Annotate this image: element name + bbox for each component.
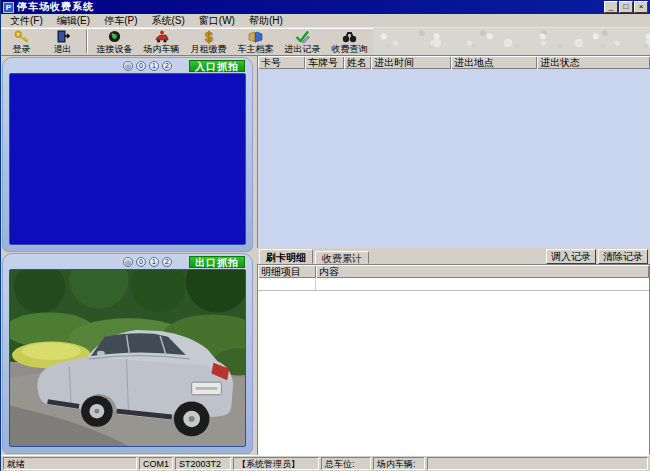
status-vehicles-in-lot: 场内车辆: (373, 457, 425, 470)
close-button[interactable]: × (634, 1, 648, 13)
dollar-icon: $ (203, 30, 215, 44)
records-table-header: 卡号 车牌号 姓名 进出时间 进出地点 进出状态 (258, 56, 650, 69)
column-header-time[interactable]: 进出时间 (371, 56, 451, 69)
menu-bar: 文件(F) 编辑(E) 停车(P) 系统(S) 窗口(W) 帮助(H) (1, 14, 650, 28)
toolbar-label: 登录 (13, 44, 31, 54)
exit-capture-panel: ◎ 0 1 2 出口抓拍 (2, 253, 253, 454)
load-records-button[interactable]: 调入记录 (546, 249, 596, 264)
column-header-status[interactable]: 进出状态 (537, 56, 650, 69)
status-total-spaces: 总车位: (321, 457, 371, 470)
detail-item-cell (258, 278, 316, 290)
binoculars-icon (342, 30, 357, 44)
key-icon (14, 30, 29, 44)
menu-file[interactable]: 文件(F) (3, 14, 50, 28)
status-com-port: COM1 (139, 457, 173, 470)
exit-capture-label[interactable]: 出口抓拍 (189, 256, 245, 268)
minimize-button[interactable]: _ (604, 1, 618, 13)
check-record-icon (295, 30, 310, 44)
entry-panel-header: ◎ 0 1 2 入口抓拍 (9, 59, 246, 73)
toolbar-label: 月租缴费 (191, 44, 227, 54)
window-controls: _ □ × (604, 1, 648, 13)
detail-table-header: 明细项目 内容 (258, 265, 649, 278)
main-area: ◎ 0 1 2 入口抓拍 ◎ 0 1 2 出口抓拍 (1, 56, 650, 455)
svg-text:$: $ (205, 30, 213, 44)
column-header-location[interactable]: 进出地点 (451, 56, 537, 69)
camera-1-button[interactable]: 1 (149, 257, 159, 267)
column-header-name[interactable]: 姓名 (344, 56, 371, 69)
toolbar-marble-texture (373, 28, 650, 55)
toolbar-label: 连接设备 (97, 44, 133, 54)
detail-tab-bar: 刷卡明细 收费累计 调入记录 清除记录 (257, 248, 650, 264)
entry-exit-records-button[interactable]: 进出记录 (279, 28, 326, 55)
detail-table-body[interactable] (258, 291, 649, 455)
camera-1-button[interactable]: 1 (149, 61, 159, 71)
app-icon: P (3, 2, 14, 13)
owner-archive-button[interactable]: 车主档案 (232, 28, 279, 55)
tab-fee-summary[interactable]: 收费累计 (315, 251, 369, 264)
status-bar: 就绪 COM1 ST2003T2 【系统管理员】 总车位: 场内车辆: (1, 455, 650, 471)
camera-2-button[interactable]: 2 (162, 61, 172, 71)
toolbar-separator (86, 30, 88, 53)
camera-0-button[interactable]: 0 (136, 61, 146, 71)
column-header-detail-item[interactable]: 明细项目 (258, 265, 316, 278)
status-ready: 就绪 (3, 457, 137, 470)
monthly-fee-button[interactable]: $ 月租缴费 (185, 28, 232, 55)
login-button[interactable]: 登录 (1, 28, 42, 55)
red-vehicle-icon (154, 30, 169, 44)
camera-2-button[interactable]: 2 (162, 257, 172, 267)
entry-video-screen (9, 73, 246, 245)
column-header-plate-no[interactable]: 车牌号 (305, 56, 344, 69)
video-column: ◎ 0 1 2 入口抓拍 ◎ 0 1 2 出口抓拍 (1, 56, 253, 455)
status-device-model: ST2003T2 (175, 457, 231, 470)
exit-video-photo (9, 269, 246, 447)
menu-window[interactable]: 窗口(W) (192, 14, 242, 28)
connect-device-button[interactable]: 连接设备 (91, 28, 138, 55)
app-window: P 停车场收费系统 _ □ × 文件(F) 编辑(E) 停车(P) 系统(S) … (0, 0, 650, 471)
fee-query-button[interactable]: 收费查询 (326, 28, 373, 55)
column-header-content[interactable]: 内容 (316, 265, 649, 278)
detail-empty-row[interactable] (258, 278, 649, 291)
toolbar: 登录 退出 连接设备 场内车辆 $ 月租缴费 (1, 28, 650, 56)
tab-card-detail[interactable]: 刷卡明细 (259, 249, 313, 264)
vehicles-in-lot-button[interactable]: 场内车辆 (138, 28, 185, 55)
toolbar-label: 进出记录 (285, 44, 321, 54)
toolbar-label: 场内车辆 (144, 44, 180, 54)
device-lens-icon (108, 30, 121, 44)
logout-button[interactable]: 退出 (42, 28, 83, 55)
menu-parking[interactable]: 停车(P) (97, 14, 144, 28)
toolbar-label: 收费查询 (332, 44, 368, 54)
camera-select-button[interactable]: ◎ (123, 61, 133, 71)
detail-content-cell (316, 278, 649, 290)
exit-door-icon (56, 30, 70, 44)
detail-table: 明细项目 内容 (257, 264, 650, 455)
clear-records-button[interactable]: 清除记录 (598, 249, 648, 264)
menu-edit[interactable]: 编辑(E) (50, 14, 97, 28)
entry-capture-panel: ◎ 0 1 2 入口抓拍 (2, 57, 253, 252)
exit-panel-header: ◎ 0 1 2 出口抓拍 (9, 255, 246, 269)
camera-select-button[interactable]: ◎ (123, 257, 133, 267)
toolbar-label: 车主档案 (238, 44, 274, 54)
records-table: 卡号 车牌号 姓名 进出时间 进出地点 进出状态 (257, 56, 650, 248)
window-title: 停车场收费系统 (17, 0, 94, 14)
maximize-button[interactable]: □ (619, 1, 633, 13)
records-table-body[interactable] (258, 69, 650, 248)
column-header-card-no[interactable]: 卡号 (258, 56, 305, 69)
camera-0-button[interactable]: 0 (136, 257, 146, 267)
car-photo-illustration (10, 270, 245, 446)
status-operator: 【系统管理员】 (233, 457, 319, 470)
status-empty (427, 457, 648, 470)
title-bar: P 停车场收费系统 _ □ × (1, 0, 650, 14)
records-column: 卡号 车牌号 姓名 进出时间 进出地点 进出状态 刷卡明细 收费累计 调入记录 … (257, 56, 650, 455)
folder-archive-icon (248, 30, 263, 44)
menu-system[interactable]: 系统(S) (144, 14, 191, 28)
toolbar-label: 退出 (54, 44, 72, 54)
entry-capture-label[interactable]: 入口抓拍 (189, 60, 245, 72)
menu-help[interactable]: 帮助(H) (242, 14, 290, 28)
